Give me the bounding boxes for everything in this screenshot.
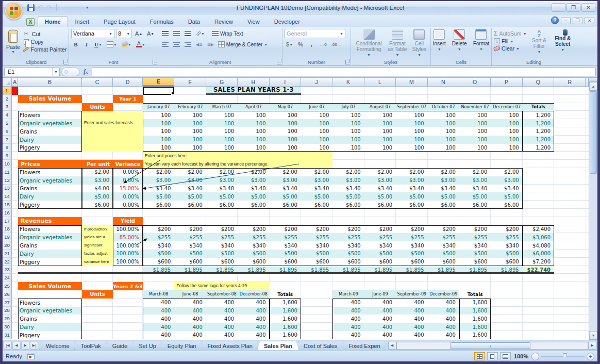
cell-J5[interactable]: 100 (301, 119, 332, 127)
cell-Q22[interactable]: $7,200 (523, 258, 554, 266)
cell-I20[interactable]: $340 (270, 241, 301, 250)
cell-F22[interactable]: $600 (174, 258, 206, 266)
cell-B8[interactable]: Piggery (18, 144, 82, 152)
hscroll-thumb[interactable] (450, 342, 530, 349)
cell-K26[interactable]: March-09 (332, 290, 364, 299)
cell-H21[interactable]: $500 (238, 250, 269, 258)
cell-H7[interactable]: 100 (238, 136, 269, 144)
cell-L23[interactable]: $1,895 (364, 266, 396, 274)
cell-L13[interactable]: $3.40 (364, 185, 396, 193)
increase-decimal-button[interactable]: ←.0 (318, 40, 328, 49)
yield-label[interactable]: Yield (113, 217, 143, 225)
cell-D12[interactable]: 0.00% (113, 176, 143, 185)
cell-E7[interactable]: 100 (143, 136, 174, 144)
cell-L31[interactable]: 400 (364, 331, 396, 339)
align-right-button[interactable] (183, 40, 193, 49)
align-center-button[interactable] (172, 40, 181, 49)
cell-P22[interactable]: $600 (491, 258, 522, 266)
cell-K29[interactable]: 400 (332, 315, 364, 323)
workbook-minimize-button[interactable]: – (561, 17, 571, 24)
cell-Q19[interactable]: $3,060 (523, 233, 554, 241)
cell-M30[interactable]: 400 (396, 323, 427, 331)
cell-B30[interactable]: Dairy (18, 323, 82, 331)
row-header-10[interactable]: 10 (3, 160, 12, 168)
cell-M26[interactable]: September-09 (396, 290, 427, 299)
cell-J11[interactable]: $2.00 (301, 168, 332, 176)
scroll-up-arrow[interactable]: ▲ (589, 82, 597, 91)
next-sheet-button[interactable]: ▶ (21, 342, 29, 350)
restore-button[interactable]: ❐ (566, 3, 580, 12)
cell-P5[interactable]: 100 (491, 119, 522, 127)
cell-B21[interactable]: Dairy (18, 250, 82, 258)
cell-L11[interactable]: $2.00 (364, 168, 396, 176)
cell-I12[interactable]: $3.00 (270, 176, 301, 185)
cell-I27[interactable]: 1,600 (270, 299, 301, 307)
cell-H29[interactable]: 400 (238, 315, 269, 323)
cell-G3[interactable]: March-07 (206, 103, 238, 111)
cell-B13[interactable]: Grains (18, 185, 82, 193)
cell-N14[interactable]: $5.00 (428, 192, 459, 201)
column-header-G[interactable]: G (206, 78, 238, 86)
formula-input[interactable] (92, 68, 596, 76)
cell-H13[interactable]: $3.40 (238, 185, 269, 193)
cell-K11[interactable]: $2.00 (332, 168, 364, 176)
row-header-11[interactable]: 11 (3, 168, 12, 176)
row-header-20[interactable]: 20 (3, 241, 12, 250)
page-layout-view-button[interactable] (487, 352, 498, 360)
cell-Q18[interactable]: $2,400 (523, 225, 554, 234)
cell-N8[interactable]: 100 (428, 144, 459, 152)
cell-G4[interactable]: 100 (206, 111, 238, 119)
zoom-level[interactable]: 100% (514, 353, 528, 359)
cell-D18[interactable]: 100.00% (113, 225, 143, 234)
cell-O14[interactable]: $5.00 (459, 192, 491, 201)
row-header-7[interactable]: 7 (3, 136, 12, 144)
cell-E26[interactable]: March-08 (143, 290, 174, 299)
cell-N31[interactable]: 400 (428, 331, 459, 339)
cell-G7[interactable]: 100 (206, 136, 238, 144)
cell-M13[interactable]: $3.40 (396, 185, 427, 193)
alignment-dialog-launcher[interactable] (277, 60, 281, 64)
cell-M22[interactable]: $600 (396, 258, 427, 266)
sheet-tab-fixed-assets-plan[interactable]: Fixed Assets Plan (201, 341, 259, 350)
revenues-header[interactable]: Revenues (18, 217, 82, 225)
cell-K15[interactable]: $6.00 (332, 201, 364, 209)
cell-N23[interactable]: $1,895 (428, 266, 459, 274)
cell-B18[interactable]: Flowers (18, 225, 82, 234)
cell-E6[interactable]: 100 (143, 127, 174, 136)
horizontal-scrollbar[interactable]: ◀ ▶ (388, 341, 596, 350)
cell-P21[interactable]: $500 (491, 250, 522, 258)
cell-K23[interactable]: $1,895 (332, 266, 364, 274)
cell-B14[interactable]: Dairy (18, 192, 82, 201)
per-unit-label[interactable]: Per unit (82, 160, 113, 168)
cell-Q20[interactable]: $4,080 (523, 241, 554, 250)
column-header-A[interactable]: A (12, 78, 18, 86)
bold-button[interactable]: B (71, 40, 80, 49)
totals-y3-header[interactable]: Totals (459, 290, 491, 299)
cell-G26[interactable]: September-08 (206, 290, 238, 299)
cell-P19[interactable]: $255 (491, 233, 522, 241)
cell-I11[interactable]: $2.00 (270, 168, 301, 176)
cell-D20[interactable]: 100.00% (113, 241, 143, 250)
cell-P13[interactable]: $3.40 (491, 185, 522, 193)
cell-I31[interactable]: 1,600 (270, 331, 301, 339)
cell-I13[interactable]: $3.40 (270, 185, 301, 193)
row-header-27[interactable]: 27 (3, 299, 12, 307)
cell-L28[interactable]: 400 (364, 307, 396, 315)
cell-F29[interactable]: 400 (174, 315, 206, 323)
cell-F30[interactable]: 400 (174, 323, 206, 331)
cell-K3[interactable]: July-07 (332, 103, 364, 111)
cell-O18[interactable]: $200 (459, 225, 491, 234)
cell-F19[interactable]: $255 (174, 233, 206, 241)
totals-header[interactable]: Totals (523, 103, 554, 111)
cell-P8[interactable]: 100 (491, 144, 522, 152)
cell-O13[interactable]: $3.40 (459, 185, 491, 193)
shrink-font-button[interactable]: A▼ (145, 29, 156, 38)
cell-F15[interactable]: $6.00 (174, 201, 206, 209)
cell-K20[interactable]: $340 (332, 241, 364, 250)
cell-M28[interactable]: 400 (396, 307, 427, 315)
function-wizard[interactable] (61, 68, 80, 76)
align-left-button[interactable] (160, 40, 170, 49)
years23-label[interactable]: Years 2 &3 (113, 282, 143, 290)
cell-G8[interactable]: 100 (206, 144, 238, 152)
row-header-21[interactable]: 21 (3, 250, 12, 258)
